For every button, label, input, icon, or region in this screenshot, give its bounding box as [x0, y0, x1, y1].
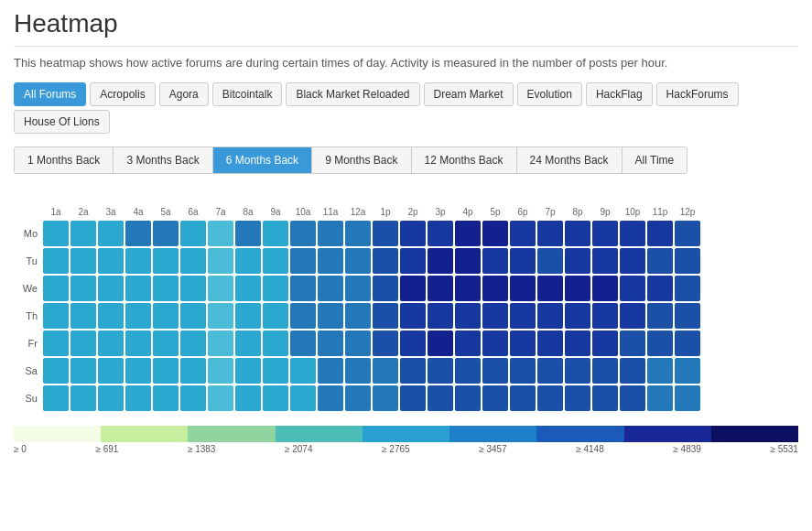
- heatmap-cell: [647, 276, 673, 301]
- heatmap-cell: [70, 248, 96, 274]
- heatmap-cell: [510, 248, 536, 274]
- heatmap-cell: [345, 221, 371, 246]
- heatmap-cell: [592, 303, 618, 329]
- heatmap-cell: [345, 358, 371, 384]
- heatmap-cell: [565, 385, 590, 411]
- legend-segment: [188, 426, 275, 442]
- heatmap-cell: [455, 385, 481, 411]
- legend-segment: [363, 426, 449, 442]
- heatmap-cell: [180, 331, 206, 356]
- heatmap-cell: [125, 221, 151, 246]
- legend-label: ≥ 0: [14, 444, 27, 454]
- legend-container: ≥ 0≥ 691≥ 1383≥ 2074≥ 2765≥ 3457≥ 4148≥ …: [14, 426, 798, 454]
- forum-tab[interactable]: HackForums: [656, 82, 739, 106]
- heatmap-cell: [235, 358, 261, 384]
- day-label: Sa: [16, 358, 41, 384]
- heatmap-cell: [400, 303, 426, 329]
- heatmap-cell: [43, 358, 69, 384]
- legend-label: ≥ 691: [95, 444, 118, 454]
- heatmap-cell: [153, 303, 179, 329]
- legend-label: ≥ 2074: [285, 444, 313, 454]
- forum-tabs-container: All ForumsAcropolisAgoraBitcointalkBlack…: [14, 82, 798, 134]
- heatmap-cell: [400, 221, 426, 246]
- heatmap-cell: [400, 358, 426, 384]
- forum-tab[interactable]: Dream Market: [424, 82, 514, 106]
- heatmap-cell: [537, 331, 563, 356]
- heatmap-cell: [318, 358, 343, 384]
- heatmap-cell: [70, 358, 96, 384]
- forum-tab[interactable]: Bitcointalk: [212, 82, 283, 106]
- heatmap-cell: [373, 221, 398, 246]
- legend-label: ≥ 5531: [770, 444, 798, 454]
- heatmap-cell: [70, 303, 96, 329]
- heatmap-cell: [208, 276, 233, 301]
- legend-segment: [711, 426, 798, 442]
- heatmap-cell: [153, 221, 179, 246]
- heatmap-cell: [180, 303, 206, 329]
- heatmap-cell: [675, 276, 700, 301]
- heatmap-cell: [620, 248, 645, 274]
- time-tab[interactable]: 24 Months Back: [517, 147, 623, 173]
- heatmap-cell: [290, 303, 316, 329]
- heatmap-cell: [373, 358, 398, 384]
- heatmap-cell: [98, 331, 124, 356]
- hour-header: 2p: [400, 205, 426, 219]
- page-description: This heatmap shows how active forums are…: [14, 56, 798, 70]
- heatmap-cell: [373, 276, 398, 301]
- heatmap-cell: [565, 358, 590, 384]
- heatmap-cell: [455, 276, 481, 301]
- heatmap-cell: [208, 221, 233, 246]
- heatmap-cell: [345, 248, 371, 274]
- forum-tab[interactable]: House Of Lions: [14, 110, 110, 134]
- forum-tab[interactable]: HackFlag: [586, 82, 653, 106]
- forum-tab[interactable]: Black Market Reloaded: [286, 82, 419, 106]
- heatmap-cell: [180, 248, 206, 274]
- forum-tab[interactable]: Acropolis: [90, 82, 155, 106]
- heatmap-cell: [482, 303, 508, 329]
- time-tab[interactable]: All Time: [623, 147, 687, 173]
- heatmap-cell: [208, 358, 233, 384]
- hour-header: 12p: [675, 205, 700, 219]
- time-tab[interactable]: 9 Months Back: [312, 147, 411, 173]
- time-tab[interactable]: 1 Months Back: [15, 147, 114, 173]
- heatmap-cell: [318, 331, 343, 356]
- heatmap-cell: [263, 221, 288, 246]
- hour-header: 7p: [537, 205, 563, 219]
- heatmap-cell: [510, 303, 536, 329]
- time-tab[interactable]: 3 Months Back: [114, 147, 212, 173]
- heatmap-cell: [400, 276, 426, 301]
- heatmap-cell: [647, 248, 673, 274]
- heatmap-cell: [98, 221, 124, 246]
- heatmap-cell: [510, 385, 536, 411]
- heatmap-table: 1a2a3a4a5a6a7a8a9a10a11a12a1p2p3p4p5p6p7…: [14, 203, 702, 413]
- heatmap-cell: [620, 385, 645, 411]
- forum-tab[interactable]: Agora: [159, 82, 209, 106]
- heatmap-cell: [400, 331, 426, 356]
- heatmap-cell: [208, 385, 233, 411]
- heatmap-cell: [675, 331, 700, 356]
- forum-tab[interactable]: Evolution: [517, 82, 582, 106]
- heatmap-cell: [153, 248, 179, 274]
- heatmap-cell: [510, 331, 536, 356]
- hour-header: 1a: [43, 205, 69, 219]
- heatmap-cell: [592, 358, 618, 384]
- heatmap-cell: [647, 221, 673, 246]
- hour-header: 6p: [510, 205, 536, 219]
- heatmap-cell: [455, 358, 481, 384]
- heatmap-cell: [675, 385, 700, 411]
- legend-labels: ≥ 0≥ 691≥ 1383≥ 2074≥ 2765≥ 3457≥ 4148≥ …: [14, 444, 798, 454]
- heatmap-cell: [537, 303, 563, 329]
- heatmap-cell: [290, 385, 316, 411]
- heatmap-cell: [98, 303, 124, 329]
- legend-segment: [101, 426, 188, 442]
- time-tab[interactable]: 6 Months Back: [213, 147, 312, 173]
- heatmap-container: 1a2a3a4a5a6a7a8a9a10a11a12a1p2p3p4p5p6p7…: [14, 203, 798, 413]
- forum-tab[interactable]: All Forums: [14, 82, 86, 106]
- heatmap-cell: [345, 303, 371, 329]
- heatmap-cell: [620, 276, 645, 301]
- heatmap-cell: [43, 248, 69, 274]
- heatmap-cell: [290, 221, 316, 246]
- time-tab[interactable]: 12 Months Back: [412, 147, 517, 173]
- heatmap-cell: [180, 276, 206, 301]
- heatmap-cell: [400, 385, 426, 411]
